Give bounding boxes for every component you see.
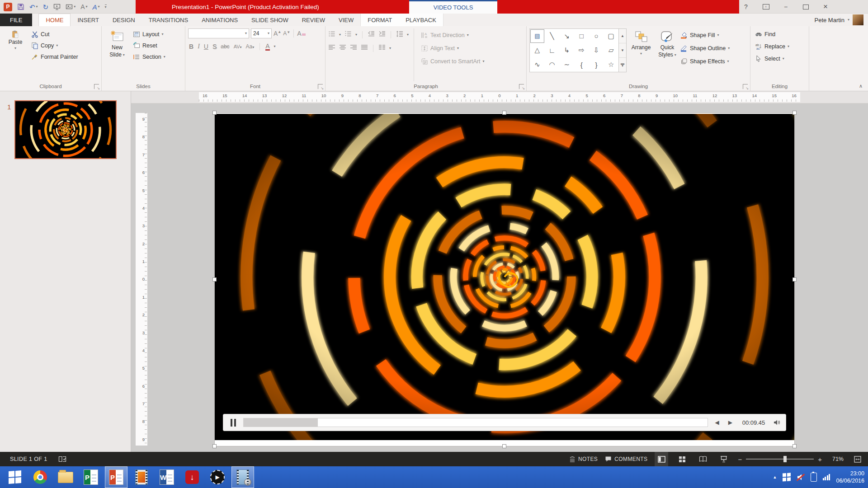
resize-handle-top-left[interactable]	[212, 111, 217, 115]
mute-unmute-button[interactable]	[773, 419, 780, 426]
zoom-slider[interactable]	[746, 459, 814, 460]
help-button[interactable]: ?	[736, 0, 756, 14]
screenshot-caret-icon[interactable]: ▾	[74, 5, 75, 9]
paste-caret-icon[interactable]: ▾	[14, 47, 16, 50]
taskbar-word-icon[interactable]: W	[156, 466, 178, 488]
convert-to-smartart-button[interactable]: Convert to SmartArt ▾	[419, 56, 486, 67]
tray-battery-icon[interactable]	[811, 473, 817, 482]
cut-button[interactable]: Cut	[29, 28, 80, 40]
shapes-scroll-down-button[interactable]: ▼	[619, 43, 626, 58]
drawing-dialog-launcher[interactable]: ↘	[743, 84, 748, 89]
bullets-caret-icon[interactable]: ▾	[339, 33, 341, 37]
spell-check-icon[interactable]	[58, 455, 66, 463]
step-forward-button[interactable]: ▶	[726, 419, 734, 426]
font-size-combobox[interactable]: 24 ▾	[251, 28, 272, 38]
taskbar-chrome-icon[interactable]	[29, 466, 52, 488]
text-shadow-button[interactable]: S	[212, 43, 217, 50]
tray-volume-muted-icon[interactable]	[797, 474, 805, 481]
taskbar-publisher-icon[interactable]: P	[80, 466, 102, 488]
resize-handle-bottom-right[interactable]	[793, 444, 797, 448]
taskbar-file-explorer-icon[interactable]	[54, 466, 77, 488]
align-text-button[interactable]: Align Text ▾	[419, 42, 486, 54]
account-name[interactable]: Pete Martin	[815, 17, 844, 23]
justify-button[interactable]	[361, 44, 368, 53]
shape-rectangle-icon[interactable]: □	[574, 29, 589, 43]
fit-slide-to-window-button[interactable]	[851, 452, 864, 466]
line-spacing-button[interactable]	[396, 30, 403, 39]
show-hidden-icons-button[interactable]: ▲	[773, 475, 777, 479]
tray-clock[interactable]: 23:00 06/06/2016	[836, 470, 864, 485]
columns-caret-icon[interactable]: ▾	[389, 47, 391, 50]
arrange-button[interactable]: Arrange ▾	[628, 28, 654, 81]
customize-qat-button[interactable]: ▾	[105, 5, 107, 9]
section-button[interactable]: Section ▾	[131, 51, 167, 62]
copy-button[interactable]: Copy ▾	[29, 40, 80, 51]
tab-review[interactable]: REVIEW	[295, 14, 332, 26]
comments-button[interactable]: COMMENTS	[605, 456, 647, 462]
zoom-in-button[interactable]: +	[818, 455, 822, 463]
zoom-level[interactable]: 71%	[829, 456, 844, 462]
taskbar-movie-maker-classic-icon[interactable]	[231, 466, 254, 488]
shape-text-box-icon[interactable]: ▤	[530, 29, 545, 43]
numbering-button[interactable]	[344, 30, 352, 39]
shape-right-brace-icon[interactable]: }	[589, 57, 604, 72]
account-caret-icon[interactable]: ▾	[848, 18, 849, 22]
font-color-caret-icon[interactable]: ▾	[274, 45, 276, 48]
taskbar-media-player-icon[interactable]: ▶	[206, 466, 229, 488]
slide-sorter-view-button[interactable]	[675, 452, 689, 466]
minimize-button[interactable]: −	[776, 0, 796, 14]
shape-elbow-connector-icon[interactable]: ∟	[545, 43, 560, 58]
shape-block-arrow-down-icon[interactable]: ⇩	[589, 43, 604, 58]
tab-slide-show[interactable]: SLIDE SHOW	[245, 14, 295, 26]
align-center-button[interactable]	[339, 44, 346, 53]
tab-transitions[interactable]: TRANSITIONS	[142, 14, 195, 26]
undo-button[interactable]: ↶ ▾	[29, 4, 38, 10]
shape-curve-icon[interactable]: ∼	[559, 57, 574, 72]
bold-button[interactable]: B	[189, 43, 193, 50]
close-button[interactable]: ×	[816, 0, 835, 14]
account-avatar[interactable]	[853, 14, 863, 25]
character-spacing-button[interactable]: AV▾	[234, 44, 242, 49]
zoom-out-button[interactable]: −	[738, 455, 742, 463]
reading-view-button[interactable]	[696, 452, 710, 466]
shape-line-arrow-icon[interactable]: ↘	[559, 29, 574, 43]
pause-button[interactable]	[229, 414, 238, 431]
font-style-tool-button[interactable]: A ▾	[93, 4, 100, 10]
start-button[interactable]	[4, 466, 26, 488]
tab-playback[interactable]: PLAYBACK	[399, 14, 443, 26]
slide-indicator[interactable]: SLIDE 1 OF 1	[10, 456, 47, 462]
grow-font-button[interactable]: A▲	[274, 30, 281, 37]
section-caret-icon[interactable]: ▾	[164, 55, 165, 59]
shape-fill-caret-icon[interactable]: ▾	[717, 33, 719, 37]
replace-caret-icon[interactable]: ▾	[788, 45, 789, 48]
format-painter-button[interactable]: Format Painter	[29, 51, 80, 62]
tab-animations[interactable]: ANIMATIONS	[195, 14, 245, 26]
shape-effects-caret-icon[interactable]: ▾	[727, 60, 729, 63]
font-style-caret-icon[interactable]: ▾	[98, 5, 100, 9]
quick-styles-caret-icon[interactable]: ▾	[675, 53, 676, 57]
player-progress-track[interactable]	[243, 418, 708, 427]
slide-canvas[interactable]: ◀ ▶ 00:09.45	[215, 113, 794, 446]
increase-indent-button[interactable]	[378, 30, 386, 39]
select-caret-icon[interactable]: ▾	[783, 57, 784, 61]
new-slide-caret-icon[interactable]: ▾	[123, 53, 125, 57]
italic-button[interactable]: I	[198, 43, 200, 50]
font-tool-caret-icon[interactable]: ▾	[86, 5, 88, 9]
resize-handle-middle-right[interactable]	[793, 277, 797, 282]
step-back-button[interactable]: ◀	[713, 419, 721, 426]
resize-handle-top-middle[interactable]	[502, 111, 506, 115]
collapse-ribbon-button[interactable]: ∧	[859, 83, 863, 89]
slide-show-view-button[interactable]	[717, 452, 731, 466]
resize-handle-bottom-left[interactable]	[212, 444, 217, 448]
quick-styles-button[interactable]: Quick Styles▾	[656, 28, 679, 81]
numbering-caret-icon[interactable]: ▾	[355, 33, 357, 37]
tab-format[interactable]: FORMAT	[361, 14, 399, 26]
resize-handle-bottom-middle[interactable]	[502, 444, 506, 448]
tab-file[interactable]: FILE	[0, 14, 32, 26]
font-name-combobox[interactable]: ▾	[188, 28, 249, 38]
shape-freeform-icon[interactable]: ▱	[604, 43, 618, 58]
screenshot-button[interactable]: ▾	[66, 3, 75, 10]
shape-effects-button[interactable]: Shape Effects ▾	[680, 56, 730, 67]
font-dialog-launcher[interactable]: ↘	[318, 84, 323, 89]
shapes-scroll-up-button[interactable]: ▲	[619, 29, 626, 43]
